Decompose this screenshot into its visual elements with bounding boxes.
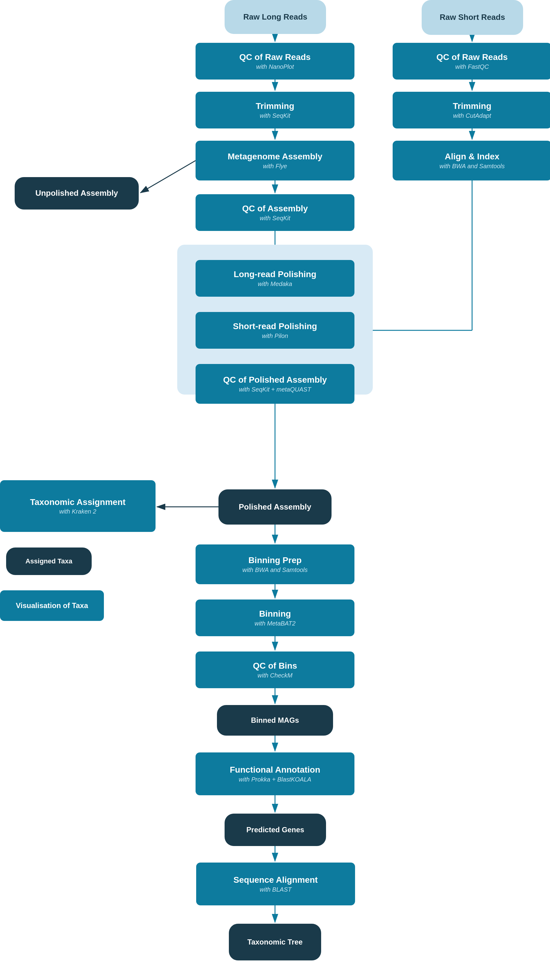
binning-prep-title: Binning Prep [249, 555, 301, 566]
polished-assembly-label: Polished Assembly [239, 502, 311, 512]
trimming-short-node: Trimming with CutAdapt [393, 92, 550, 129]
qc-raw-reads-long-subtitle: with NanoPlot [256, 63, 294, 70]
qc-raw-reads-short-subtitle: with FastQC [455, 63, 489, 70]
trimming-long-title: Trimming [256, 101, 294, 111]
qc-raw-reads-long-node: QC of Raw Reads with NanoPlot [195, 43, 355, 80]
metagenome-assembly-node: Metagenome Assembly with Flye [195, 141, 355, 180]
qc-bins-subtitle: with CheckM [258, 672, 292, 679]
assigned-taxa-label: Assigned Taxa [25, 557, 73, 565]
binned-mags-label: Binned MAGs [251, 716, 299, 725]
qc-polished-assembly-title: QC of Polished Assembly [223, 375, 327, 385]
long-read-polishing-node: Long-read Polishing with Medaka [195, 260, 355, 297]
qc-bins-node: QC of Bins with CheckM [195, 652, 355, 688]
unpolished-assembly-label: Unpolished Assembly [35, 188, 118, 198]
long-read-polishing-subtitle: with Medaka [258, 280, 292, 288]
assigned-taxa-node: Assigned Taxa [6, 547, 92, 575]
polished-assembly-node: Polished Assembly [219, 489, 331, 525]
qc-assembly-title: QC of Assembly [242, 204, 308, 214]
sequence-alignment-node: Sequence Alignment with BLAST [196, 862, 355, 905]
short-read-polishing-title: Short-read Polishing [233, 321, 317, 332]
binning-subtitle: with MetaBAT2 [255, 620, 295, 627]
taxonomic-tree-node: Taxonomic Tree [229, 924, 321, 961]
functional-annotation-title: Functional Annotation [230, 765, 320, 775]
align-index-node: Align & Index with BWA and Samtools [393, 141, 550, 180]
trimming-long-node: Trimming with SeqKit [195, 92, 355, 129]
qc-bins-title: QC of Bins [253, 661, 297, 671]
taxonomic-assignment-node: Taxonomic Assignment with Kraken 2 [0, 480, 155, 532]
qc-raw-reads-short-title: QC of Raw Reads [436, 52, 507, 62]
taxonomic-assignment-subtitle: with Kraken 2 [59, 508, 96, 515]
align-index-subtitle: with BWA and Samtools [439, 163, 504, 170]
raw-long-reads-node: Raw Long Reads [225, 0, 326, 34]
raw-short-reads-node: Raw Short Reads [422, 0, 523, 35]
short-read-polishing-node: Short-read Polishing with Pilon [195, 312, 355, 349]
visualisation-taxa-node: Visualisation of Taxa [0, 590, 104, 621]
qc-raw-reads-short-node: QC of Raw Reads with FastQC [393, 43, 550, 80]
trimming-short-subtitle: with CutAdapt [453, 112, 491, 119]
qc-polished-assembly-subtitle: with SeqKit + metaQUAST [239, 386, 311, 393]
taxonomic-assignment-title: Taxonomic Assignment [30, 497, 125, 508]
trimming-long-subtitle: with SeqKit [260, 112, 290, 119]
raw-short-reads-label: Raw Short Reads [440, 13, 505, 22]
taxonomic-tree-label: Taxonomic Tree [247, 938, 303, 947]
predicted-genes-node: Predicted Genes [225, 814, 326, 846]
binning-title: Binning [259, 609, 291, 619]
binning-prep-subtitle: with BWA and Samtools [242, 566, 307, 573]
align-index-title: Align & Index [445, 151, 499, 162]
trimming-short-title: Trimming [453, 101, 491, 111]
functional-annotation-node: Functional Annotation with Prokka + Blas… [195, 752, 355, 795]
sequence-alignment-title: Sequence Alignment [233, 875, 318, 885]
short-read-polishing-subtitle: with Pilon [262, 332, 288, 339]
svg-line-5 [141, 161, 195, 193]
sequence-alignment-subtitle: with BLAST [260, 886, 292, 893]
long-read-polishing-title: Long-read Polishing [234, 269, 317, 280]
metagenome-assembly-title: Metagenome Assembly [228, 151, 322, 162]
flowchart: Raw Long Reads Raw Short Reads QC of Raw… [0, 0, 550, 980]
metagenome-assembly-subtitle: with Flye [263, 163, 287, 170]
qc-assembly-subtitle: with SeqKit [260, 215, 290, 222]
qc-assembly-node: QC of Assembly with SeqKit [195, 194, 355, 231]
qc-polished-assembly-node: QC of Polished Assembly with SeqKit + me… [195, 364, 355, 404]
predicted-genes-label: Predicted Genes [246, 826, 304, 834]
visualisation-taxa-title: Visualisation of Taxa [16, 601, 88, 610]
binning-node: Binning with MetaBAT2 [195, 600, 355, 636]
raw-long-reads-label: Raw Long Reads [243, 12, 307, 22]
functional-annotation-subtitle: with Prokka + BlastKOALA [239, 776, 311, 783]
unpolished-assembly-node: Unpolished Assembly [15, 177, 139, 210]
binned-mags-node: Binned MAGs [217, 705, 333, 736]
binning-prep-node: Binning Prep with BWA and Samtools [195, 544, 355, 584]
qc-raw-reads-long-title: QC of Raw Reads [239, 52, 311, 62]
